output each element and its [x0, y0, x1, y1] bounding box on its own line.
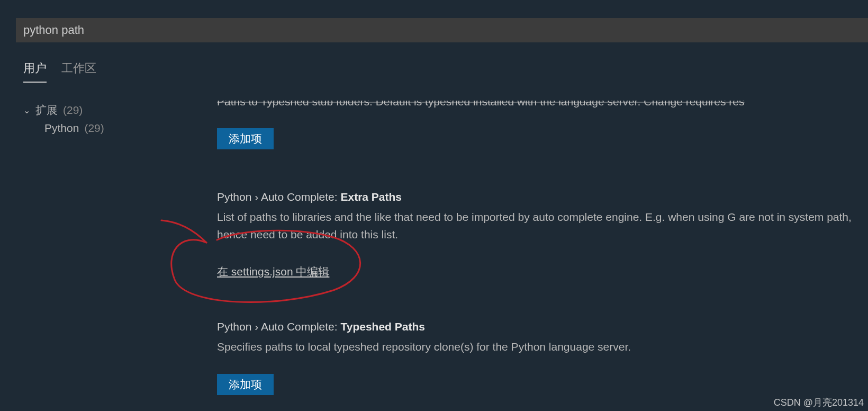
add-item-button[interactable]: 添加项 [217, 128, 274, 149]
setting-name: Typeshed Paths [340, 320, 425, 333]
setting-description: List of paths to libraries and the like … [217, 209, 868, 243]
setting-prefix: Python › Auto Complete: [217, 191, 340, 203]
truncated-setting-desc: Paths to Typeshed stub folders. Default … [217, 101, 868, 108]
settings-search-input[interactable]: python path [16, 18, 868, 42]
setting-header: Python › Auto Complete: Typeshed Paths [217, 320, 868, 333]
edit-in-settings-json-link[interactable]: 在 settings.json 中编辑 [217, 264, 329, 279]
setting-description: Specifies paths to local typeshed reposi… [217, 338, 868, 356]
watermark: CSDN @月亮201314 [774, 396, 864, 409]
setting-prefix: Python › Auto Complete: [217, 320, 340, 333]
settings-body: ⌄ 扩展 (29) Python (29) Paths to Typeshed … [0, 101, 868, 395]
tab-user[interactable]: 用户 [23, 60, 47, 83]
setting-typeshed-paths: Python › Auto Complete: Typeshed Paths S… [217, 320, 868, 395]
settings-sidebar: ⌄ 扩展 (29) Python (29) [0, 101, 191, 395]
settings-main: Paths to Typeshed stub folders. Default … [191, 101, 868, 395]
sidebar-group-label: 扩展 [35, 103, 58, 118]
sidebar-item-count: (29) [84, 122, 104, 135]
setting-extra-paths: Python › Auto Complete: Extra Paths List… [217, 191, 868, 279]
tab-workspace[interactable]: 工作区 [61, 60, 96, 83]
sidebar-group-count: (29) [63, 104, 83, 117]
settings-scope-tabs: 用户 工作区 [23, 60, 868, 83]
chevron-down-icon: ⌄ [23, 105, 30, 115]
add-item-button[interactable]: 添加项 [217, 374, 274, 395]
sidebar-group-extensions[interactable]: ⌄ 扩展 (29) [23, 101, 191, 120]
setting-header: Python › Auto Complete: Extra Paths [217, 191, 868, 203]
sidebar-item-python[interactable]: Python (29) [23, 120, 191, 137]
sidebar-item-label: Python [44, 122, 79, 135]
search-value: python path [23, 23, 84, 37]
setting-name: Extra Paths [340, 191, 402, 203]
